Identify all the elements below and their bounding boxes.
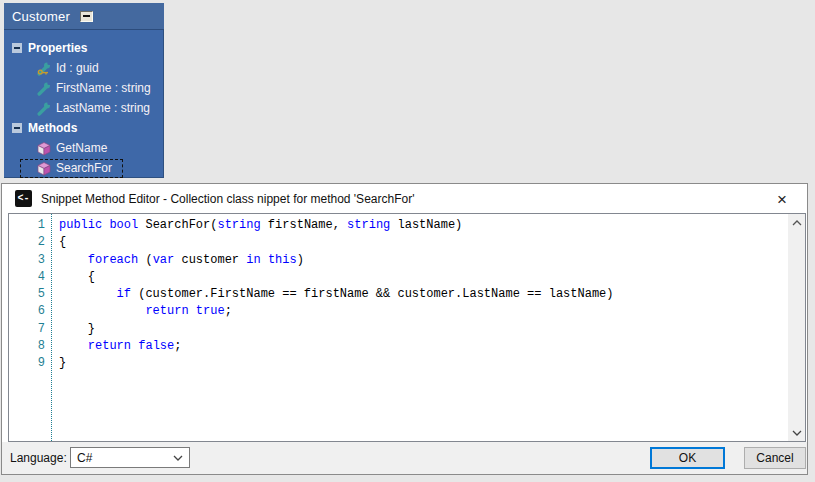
code-line[interactable]: 3 foreach (var customer in this) bbox=[9, 252, 805, 269]
property-label: LastName : string bbox=[56, 101, 150, 115]
section-label: Methods bbox=[28, 121, 77, 135]
property-item-firstname[interactable]: FirstName : string bbox=[4, 78, 164, 98]
language-select[interactable]: C# bbox=[70, 447, 190, 468]
section-label: Properties bbox=[28, 41, 87, 55]
property-label: FirstName : string bbox=[56, 81, 151, 95]
section-properties[interactable]: Properties bbox=[4, 38, 164, 58]
class-members: Properties Id : guid FirstName : string … bbox=[4, 30, 164, 178]
property-item-lastname[interactable]: LastName : string bbox=[4, 98, 164, 118]
collapse-methods-icon[interactable] bbox=[12, 123, 22, 133]
cube-icon bbox=[36, 161, 51, 176]
line-number: 2 bbox=[9, 234, 51, 251]
scroll-down-icon[interactable] bbox=[788, 424, 805, 441]
code-line[interactable]: 4 { bbox=[9, 269, 805, 286]
dialog-title: Snippet Method Editor - Collection class… bbox=[41, 192, 414, 206]
dialog-titlebar[interactable]: <- Snippet Method Editor - Collection cl… bbox=[2, 184, 807, 213]
line-number: 6 bbox=[9, 303, 51, 320]
cube-icon bbox=[36, 141, 51, 156]
method-label: SearchFor bbox=[56, 161, 112, 175]
scroll-up-icon[interactable] bbox=[788, 214, 805, 231]
selection-outline: SearchFor bbox=[20, 159, 123, 178]
property-label: Id : guid bbox=[56, 61, 99, 75]
code-lines[interactable]: 1public bool SearchFor(string firstName,… bbox=[9, 214, 805, 373]
line-number: 7 bbox=[9, 321, 51, 338]
language-label: Language: bbox=[10, 451, 67, 465]
close-icon[interactable]: × bbox=[771, 190, 793, 208]
cancel-button[interactable]: Cancel bbox=[744, 447, 806, 469]
method-label: GetName bbox=[56, 141, 107, 155]
line-number: 8 bbox=[9, 338, 51, 355]
collapse-properties-icon[interactable] bbox=[12, 43, 22, 53]
code-line[interactable]: 2{ bbox=[9, 234, 805, 251]
method-item-searchfor[interactable]: SearchFor bbox=[4, 158, 164, 178]
code-line[interactable]: 7 } bbox=[9, 321, 805, 338]
class-title: Customer bbox=[12, 9, 70, 24]
snippet-method-editor-dialog: <- Snippet Method Editor - Collection cl… bbox=[1, 183, 808, 475]
line-number: 1 bbox=[9, 217, 51, 234]
language-value: C# bbox=[77, 451, 92, 465]
property-item-id[interactable]: Id : guid bbox=[4, 58, 164, 78]
section-methods[interactable]: Methods bbox=[4, 118, 164, 138]
code-line[interactable]: 6 return true; bbox=[9, 303, 805, 320]
wrench-key-icon bbox=[36, 61, 51, 76]
wrench-icon bbox=[36, 101, 51, 116]
line-number: 9 bbox=[9, 355, 51, 372]
line-number: 4 bbox=[9, 269, 51, 286]
code-line[interactable]: 9} bbox=[9, 355, 805, 372]
code-line[interactable]: 1public bool SearchFor(string firstName,… bbox=[9, 217, 805, 234]
wrench-icon bbox=[36, 81, 51, 96]
code-line[interactable]: 8 return false; bbox=[9, 338, 805, 355]
ok-button[interactable]: OK bbox=[650, 447, 725, 469]
line-number: 5 bbox=[9, 286, 51, 303]
back-icon: <- bbox=[15, 190, 32, 207]
line-number: 3 bbox=[9, 252, 51, 269]
code-line[interactable]: 5 if (customer.FirstName == firstName &&… bbox=[9, 286, 805, 303]
customer-class-panel[interactable]: Customer Properties Id : guid FirstName … bbox=[4, 3, 164, 178]
code-editor[interactable]: 1public bool SearchFor(string firstName,… bbox=[8, 213, 806, 442]
class-header[interactable]: Customer bbox=[4, 3, 164, 30]
dialog-footer: Language: C# OK Cancel bbox=[2, 442, 807, 474]
chevron-down-icon bbox=[173, 454, 183, 462]
editor-scrollbar[interactable] bbox=[788, 214, 805, 441]
method-item-getname[interactable]: GetName bbox=[4, 138, 164, 158]
collapse-class-icon[interactable] bbox=[80, 11, 93, 22]
